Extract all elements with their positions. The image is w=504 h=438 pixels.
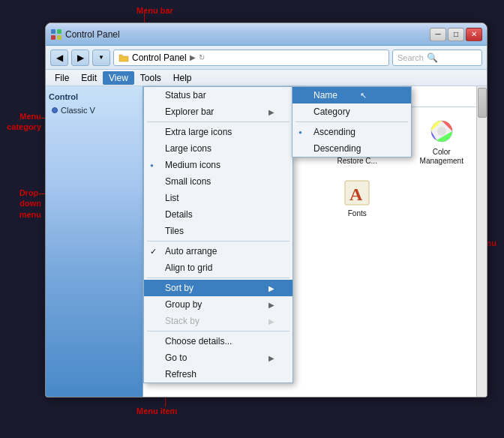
sidebar-section-title: Control xyxy=(49,92,140,101)
dd-details[interactable]: Details xyxy=(144,206,292,223)
sidebar-item-label: Classic V xyxy=(61,106,95,115)
dd-stack-by[interactable]: Stack by ▶ xyxy=(144,313,292,329)
sidebar-item-classic[interactable]: Classic V xyxy=(49,104,140,116)
dd-extra-large[interactable]: Extra large icons xyxy=(144,124,292,140)
menu-item-annotation: Menu item xyxy=(136,406,177,416)
scrollbar[interactable] xyxy=(476,86,487,397)
color-management-label: ColorManagement xyxy=(420,148,464,166)
control-panel-icon xyxy=(50,28,62,40)
main-window: Control Panel ─ □ ✕ ◀ ▶ ▼ Control Panel … xyxy=(45,22,488,398)
svg-rect-2 xyxy=(51,35,56,40)
dd-group-by-arrow-icon: ▶ xyxy=(268,301,274,309)
color-management-icon xyxy=(427,116,457,146)
dd-large[interactable]: Large icons xyxy=(144,140,292,157)
svg-text:A: A xyxy=(350,184,363,204)
search-icon: 🔍 xyxy=(427,52,438,63)
dd-separator-2 xyxy=(147,241,290,242)
sort-by-submenu: Name ↖ Category Ascending Descending xyxy=(292,86,412,158)
address-expand-icon: ▶ xyxy=(190,53,196,62)
dd-refresh[interactable]: Refresh xyxy=(144,366,292,382)
dd-choose-details[interactable]: Choose details... xyxy=(144,333,292,350)
dd-group-by[interactable]: Group by ▶ xyxy=(144,296,292,313)
address-text: Control Panel xyxy=(132,52,187,63)
forward-button[interactable]: ▶ xyxy=(71,50,89,66)
svg-point-18 xyxy=(437,127,446,136)
menu-category-annotation: Menucategory xyxy=(4,111,41,133)
sub-name-label: Name xyxy=(314,90,338,100)
menu-bar-annotation: Menu bar xyxy=(136,6,173,15)
svg-rect-3 xyxy=(57,35,62,40)
maximize-button[interactable]: □ xyxy=(448,28,464,41)
dd-goto[interactable]: Go to ▶ xyxy=(144,350,292,366)
address-bar: ◀ ▶ ▼ Control Panel ▶ ↻ Search 🔍 xyxy=(46,46,487,70)
minimize-button[interactable]: ─ xyxy=(430,28,446,41)
sidebar: Control Classic V xyxy=(46,86,143,397)
window-title: Control Panel xyxy=(65,29,120,40)
dd-sort-by-label: Sort by xyxy=(165,283,194,293)
cursor-icon: ↖ xyxy=(360,91,367,100)
dd-list[interactable]: List xyxy=(144,190,292,206)
dd-stack-by-label: Stack by xyxy=(165,316,200,326)
back-button[interactable]: ◀ xyxy=(50,50,68,66)
dd-goto-label: Go to xyxy=(165,352,187,363)
menu-edit[interactable]: Edit xyxy=(75,71,103,85)
close-button[interactable]: ✕ xyxy=(466,28,482,41)
fonts-icon: A xyxy=(342,178,372,208)
svg-rect-1 xyxy=(57,29,62,34)
title-bar-buttons: ─ □ ✕ xyxy=(430,28,482,41)
fonts-label: Fonts xyxy=(348,209,367,218)
dd-explorer-bar[interactable]: Explorer bar ▶ xyxy=(144,104,292,120)
folder-icon xyxy=(118,53,129,62)
dd-separator-3 xyxy=(147,278,290,278)
menu-file[interactable]: File xyxy=(49,71,75,85)
dd-small[interactable]: Small icons xyxy=(144,173,292,190)
list-item[interactable]: ColorManagement xyxy=(403,113,482,169)
search-placeholder-text: Search xyxy=(398,53,424,62)
sub-ascending[interactable]: Ascending xyxy=(292,124,411,140)
dd-auto-arrange[interactable]: Auto arrange xyxy=(144,243,292,260)
dd-align-grid[interactable]: Align to grid xyxy=(144,260,292,276)
down-button[interactable]: ▼ xyxy=(92,50,110,66)
sub-separator-1 xyxy=(296,122,408,122)
title-bar-left: Control Panel xyxy=(50,28,120,40)
dd-tiles[interactable]: Tiles xyxy=(144,223,292,239)
title-bar: Control Panel ─ □ ✕ xyxy=(46,23,487,46)
menu-help[interactable]: Help xyxy=(167,71,198,85)
dd-sort-by[interactable]: Sort by ▶ xyxy=(144,280,292,296)
dd-sort-by-arrow-icon: ▶ xyxy=(268,284,274,292)
scrollbar-thumb[interactable] xyxy=(478,88,487,118)
dd-stack-by-arrow-icon: ▶ xyxy=(268,317,274,326)
menu-bar: File Edit View Tools Help xyxy=(46,70,487,86)
dd-goto-arrow-icon: ▶ xyxy=(268,354,274,362)
dd-group-by-label: Group by xyxy=(165,299,202,310)
svg-rect-0 xyxy=(51,29,56,34)
dd-explorer-bar-arrow-icon: ▶ xyxy=(268,108,274,116)
menu-view[interactable]: View xyxy=(103,71,134,85)
dd-separator-4 xyxy=(147,331,290,332)
search-box[interactable]: Search 🔍 xyxy=(392,50,482,66)
sub-descending[interactable]: Descending xyxy=(292,140,411,157)
menu-tools[interactable]: Tools xyxy=(134,71,167,85)
list-item[interactable]: A Fonts xyxy=(318,175,397,230)
dd-separator-1 xyxy=(147,122,290,122)
refresh-icon[interactable]: ↻ xyxy=(199,53,205,62)
dd-medium[interactable]: Medium icons xyxy=(144,157,292,173)
dropdown-menu-annotation: Drop-downmenu xyxy=(4,188,41,220)
sub-name[interactable]: Name ↖ xyxy=(292,87,411,104)
sidebar-dot-icon xyxy=(52,107,58,113)
sub-category[interactable]: Category xyxy=(292,104,411,120)
dd-status-bar[interactable]: Status bar xyxy=(144,87,292,104)
address-box[interactable]: Control Panel ▶ ↻ xyxy=(113,50,389,66)
view-dropdown-menu: Status bar Explorer bar ▶ Extra large ic… xyxy=(143,86,293,383)
